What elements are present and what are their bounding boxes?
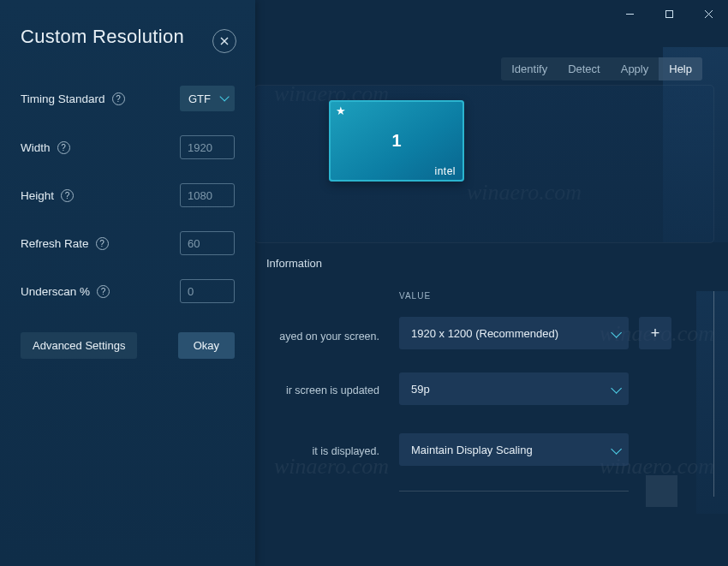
label-refresh-rate: Refresh Rate (21, 237, 89, 250)
width-input[interactable] (180, 135, 235, 159)
dialog-footer: Advanced Settings Okay (21, 332, 235, 359)
label-timing-standard: Timing Standard (21, 92, 105, 105)
tab-information[interactable]: Information (266, 257, 322, 270)
identify-button[interactable]: Identify (501, 57, 558, 80)
action-bar: Identify Detect Apply Help (501, 57, 702, 80)
help-icon[interactable]: ? (96, 237, 109, 250)
row-desc-resolution: ayed on your screen. (255, 331, 379, 343)
underscan-input[interactable] (180, 279, 235, 303)
refresh-dropdown[interactable]: 59p (399, 372, 629, 405)
advanced-settings-button[interactable]: Advanced Settings (21, 332, 137, 359)
apply-button[interactable]: Apply (611, 57, 659, 80)
scaling-dropdown[interactable]: Maintain Display Scaling (399, 433, 629, 466)
monitor-tile-1[interactable]: ★ 1 intel (329, 100, 464, 182)
add-resolution-button[interactable]: + (639, 317, 671, 349)
timing-standard-select[interactable]: GTF (180, 86, 235, 111)
row-refresh-rate: Refresh Rate ? (21, 231, 235, 255)
help-icon[interactable]: ? (112, 92, 125, 105)
detect-button[interactable]: Detect (558, 57, 611, 80)
scaling-value: Maintain Display Scaling (411, 444, 533, 456)
row-underscan: Underscan % ? (21, 279, 235, 303)
help-button[interactable]: Help (659, 57, 702, 80)
okay-button[interactable]: Okay (178, 332, 235, 359)
row-width: Width ? (21, 135, 235, 159)
row-timing-standard: Timing Standard ? GTF (21, 86, 235, 111)
row-desc-refresh: ir screen is updated (255, 384, 379, 396)
value-column-header: VALUE (399, 291, 431, 301)
help-icon[interactable]: ? (61, 189, 74, 202)
main-content: Identify Detect Apply Help ★ 1 intel Inf… (255, 0, 728, 566)
refresh-value: 59p (411, 383, 430, 396)
monitor-brand: intel (434, 165, 456, 177)
label-width: Width (21, 141, 51, 154)
display-preview-area: ★ 1 intel (255, 86, 713, 242)
help-icon[interactable]: ? (97, 285, 110, 298)
dialog-close-button[interactable] (212, 29, 236, 53)
refresh-rate-input[interactable] (180, 231, 235, 255)
height-input[interactable] (180, 183, 235, 207)
label-underscan: Underscan % (21, 285, 90, 298)
resolution-dropdown[interactable]: 1920 x 1200 (Recommended) (399, 317, 629, 349)
resolution-value: 1920 x 1200 (Recommended) (411, 327, 558, 340)
horizontal-divider (399, 491, 629, 492)
help-icon[interactable]: ? (57, 141, 70, 154)
custom-resolution-dialog: Custom Resolution Timing Standard ? GTF … (0, 0, 255, 566)
row-height: Height ? (21, 183, 235, 207)
label-height: Height (21, 189, 54, 202)
dialog-form: Timing Standard ? GTF Width ? Height ? R… (21, 86, 235, 303)
timing-standard-value: GTF (188, 92, 211, 105)
dialog-title: Custom Resolution (21, 26, 235, 48)
vertical-divider (713, 291, 714, 497)
row-desc-scaling: it is displayed. (255, 445, 379, 457)
